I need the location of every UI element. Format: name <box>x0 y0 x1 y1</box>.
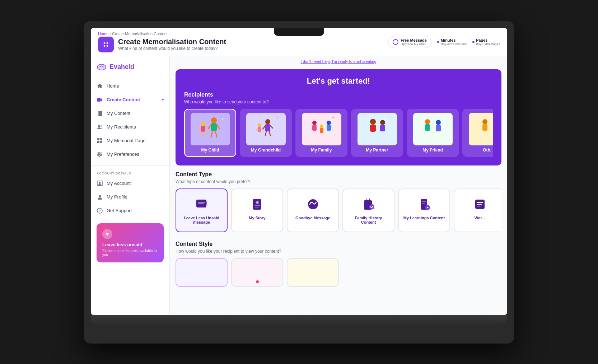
sidebar-item-support[interactable]: ? Get Support <box>91 204 169 218</box>
sidebar-item-account[interactable]: My Account <box>91 177 169 190</box>
recipient-label-child: My Child <box>201 148 219 153</box>
svg-line-43 <box>269 131 270 135</box>
svg-rect-52 <box>327 125 331 131</box>
content-card-story[interactable]: My Story <box>231 188 283 232</box>
svg-rect-62 <box>425 124 430 131</box>
pages-badge[interactable]: Pages Buy Extra Pages <box>472 38 500 46</box>
chevron-down-icon: ▾ <box>162 98 164 102</box>
create-content-label: Create Content <box>107 97 140 102</box>
svg-line-41 <box>270 126 273 128</box>
style-card-3[interactable] <box>287 258 339 287</box>
svg-point-21 <box>99 182 101 184</box>
content-card-goodbye[interactable]: Goodbye Message <box>287 188 339 232</box>
svg-line-29 <box>211 131 212 137</box>
svg-point-38 <box>265 119 270 124</box>
svg-rect-64 <box>436 125 441 131</box>
user-icon <box>97 194 103 200</box>
story-label: My Story <box>249 216 265 220</box>
preferences-label: My Preferences <box>107 151 139 157</box>
content-card-learnings[interactable]: My Learnings Content <box>398 188 450 232</box>
page-title: Create Memorialisation Content <box>118 38 226 46</box>
user-square-icon <box>97 180 103 187</box>
skip-link[interactable]: I don't need help, I'm ready to start cr… <box>170 56 507 66</box>
style-card-2[interactable] <box>231 258 283 287</box>
promo-card[interactable]: ♥ Leave less unsaid Explore more feature… <box>97 223 164 262</box>
svg-point-17 <box>98 152 99 154</box>
home-label: Home <box>107 83 119 89</box>
sidebar-item-preferences[interactable]: My Preferences <box>91 148 169 161</box>
logo-icon <box>97 62 107 72</box>
svg-line-42 <box>265 131 266 135</box>
svg-point-9 <box>101 125 102 127</box>
svg-point-25 <box>211 117 217 123</box>
recipients-title: Recipients <box>184 92 493 98</box>
page-subtitle: What kind of content would you like to c… <box>118 46 226 51</box>
svg-point-44 <box>258 123 261 127</box>
svg-text:✦: ✦ <box>276 116 279 120</box>
unsaid-icon <box>194 196 210 212</box>
recipient-card-child[interactable]: ✦ My Child <box>184 109 236 157</box>
svg-rect-45 <box>258 127 261 132</box>
support-label: Get Support <box>107 208 132 213</box>
svg-rect-7 <box>99 111 102 116</box>
my-content-label: My Content <box>107 111 130 116</box>
nav-divider <box>91 165 169 166</box>
promo-subtitle: Explore more features available to you <box>102 249 158 257</box>
page-icon <box>98 37 114 52</box>
minutes-dot-icon <box>437 41 439 43</box>
recipient-card-family[interactable]: ✦ My Family <box>295 109 347 157</box>
recipients-subtitle: Who would you like to send your content … <box>184 99 493 104</box>
heart-icon: ♥ <box>102 229 112 239</box>
sidebar-item-create-content[interactable]: Create Content ▾ <box>91 93 169 107</box>
svg-point-1 <box>107 42 108 44</box>
svg-point-22 <box>99 195 101 197</box>
breadcrumb-home[interactable]: Home <box>98 32 108 36</box>
minutes-badge[interactable]: Minutes Buy extra minutes <box>437 38 467 46</box>
recipient-img-child: ✦ <box>191 113 230 145</box>
svg-point-66 <box>482 119 487 124</box>
content-card-family-history[interactable]: Family History Content <box>342 188 394 232</box>
svg-point-0 <box>104 42 106 44</box>
svg-rect-10 <box>97 138 99 140</box>
promo-title: Leave less unsaid <box>102 242 158 247</box>
recipients-grid: ✦ My Child <box>184 109 493 158</box>
recipient-card-other[interactable]: ✦ Oth... <box>462 109 493 157</box>
content-sections: Content Type What type of content would … <box>170 171 507 300</box>
sidebar-item-my-content[interactable]: My Content <box>91 107 169 120</box>
style-card-1[interactable] <box>176 258 228 287</box>
recipient-card-friend[interactable]: ✦ My Friend <box>407 109 459 157</box>
free-message-label: Free Message <box>401 38 427 42</box>
free-message-badge[interactable]: Free Message Upgrade My Plan <box>388 36 431 48</box>
sidebar-item-memorial-page[interactable]: My Memorial Page <box>91 134 169 148</box>
svg-point-8 <box>98 125 100 127</box>
skip-link-anchor[interactable]: I don't need help, I'm ready to start cr… <box>301 59 377 64</box>
svg-rect-11 <box>100 138 102 140</box>
svg-point-49 <box>312 121 317 125</box>
svg-rect-39 <box>265 124 270 131</box>
home-icon <box>97 83 103 89</box>
grid-icon <box>97 137 103 144</box>
sidebar-item-home[interactable]: Home <box>91 79 169 93</box>
recipient-img-partner: ✦ <box>358 113 397 145</box>
svg-point-76 <box>256 201 258 204</box>
breadcrumb-current: Create Memorialisation Content <box>112 32 168 36</box>
recipient-img-grandchild: ✦ <box>246 113 286 145</box>
sidebar-item-my-recipients[interactable]: My Recipients <box>91 120 169 134</box>
memorial-page-label: My Memorial Page <box>107 138 145 143</box>
recipient-label-friend: My Friend <box>422 148 443 153</box>
svg-rect-54 <box>320 128 323 133</box>
content-card-unsaid[interactable]: Leave Less Unsaid message <box>176 188 228 232</box>
recipient-card-grandchild[interactable]: ✦ My Grandchild <box>240 109 292 157</box>
account-section-label: ACCOUNT DETAILS <box>91 170 169 177</box>
content-style-title: Content Style <box>176 241 501 247</box>
page-header: Create Memorialisation Content What kind… <box>98 37 226 52</box>
svg-point-63 <box>436 120 441 125</box>
svg-point-31 <box>201 122 205 126</box>
family-history-icon <box>361 196 377 212</box>
sidebar-item-profile[interactable]: My Profile <box>91 190 169 204</box>
recipient-card-partner[interactable]: ✦ My Partner <box>351 109 403 157</box>
words-icon <box>472 196 488 212</box>
hero-title: Let's get started! <box>184 76 493 86</box>
svg-text:✦: ✦ <box>389 116 392 120</box>
content-card-words[interactable]: Wor... <box>454 188 501 232</box>
